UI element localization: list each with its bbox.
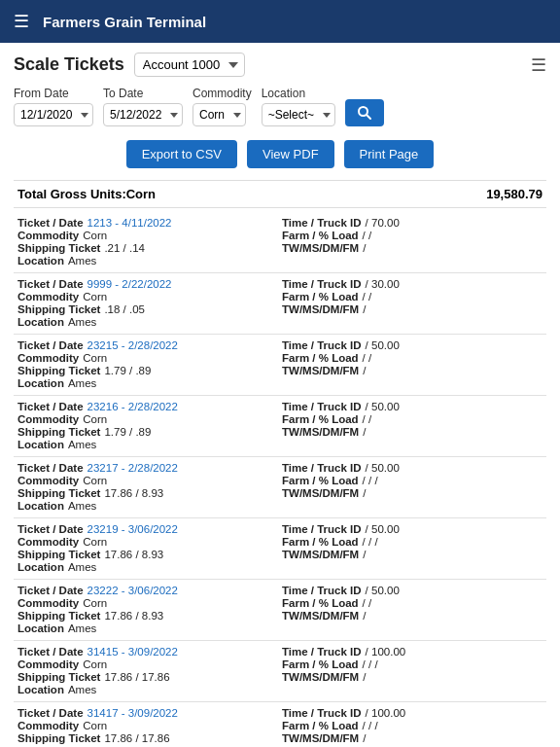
farm-load-value: / / — [363, 413, 372, 425]
farm-load-label: Farm / % Load — [282, 720, 359, 731]
time-truck-label: Time / Truck ID — [282, 278, 362, 290]
total-label: Total Gross Units:Corn — [18, 187, 156, 201]
time-truck-label: Time / Truck ID — [282, 646, 362, 658]
time-truck-label: Time / Truck ID — [282, 523, 362, 535]
farm-load-value: / / / — [363, 658, 378, 670]
shipping-ticket-field: Shipping Ticket 17.86 / 8.93 — [18, 549, 278, 560]
time-truck-field: Time / Truck ID / 100.00 — [282, 707, 542, 719]
print-page-button[interactable]: Print Page — [344, 140, 435, 168]
commodity-label: Commodity — [18, 230, 79, 241]
from-date-select[interactable]: 12/1/2020 — [14, 103, 93, 126]
filters-row: From Date 12/1/2020 To Date 5/12/2022 Co… — [14, 87, 546, 126]
ticket-date-value[interactable]: 23217 - 2/28/2022 — [88, 462, 178, 474]
export-csv-button[interactable]: Export to CSV — [126, 140, 237, 168]
time-truck-value: / 50.00 — [366, 523, 400, 535]
time-truck-field: Time / Truck ID / 100.00 — [282, 646, 542, 658]
time-truck-field: Time / Truck ID / 50.00 — [282, 339, 542, 351]
location-label: Location — [18, 377, 64, 389]
farm-load-field: Farm / % Load / / — [282, 597, 542, 609]
ticket-date-field: Ticket / Date 23216 - 2/28/2022 — [18, 401, 278, 412]
farm-load-field: Farm / % Load / / — [282, 230, 542, 241]
farm-load-field: Farm / % Load / / — [282, 352, 542, 364]
to-date-group: To Date 5/12/2022 — [103, 87, 183, 126]
shipping-label: Shipping Ticket — [18, 426, 100, 438]
tw-label: TW/MS/DM/FM — [282, 303, 359, 315]
farm-load-label: Farm / % Load — [282, 413, 359, 425]
farm-load-label: Farm / % Load — [282, 352, 359, 364]
commodity-value: Corn — [83, 720, 107, 731]
time-truck-field: Time / Truck ID / 50.00 — [282, 523, 542, 535]
filter-icon[interactable]: ☰ — [531, 54, 546, 76]
ticket-date-label: Ticket / Date — [18, 462, 84, 474]
page-header: Scale Tickets Account 1000 ☰ — [14, 53, 546, 77]
ticket-date-label: Ticket / Date — [18, 585, 84, 596]
location-field: Location Ames — [18, 622, 278, 634]
view-pdf-button[interactable]: View PDF — [247, 140, 334, 168]
commodity-select[interactable]: Corn — [192, 103, 246, 126]
tw-value: / — [363, 487, 366, 499]
ticket-date-field: Ticket / Date 23217 - 2/28/2022 — [18, 462, 278, 474]
ticket-date-label: Ticket / Date — [18, 523, 84, 535]
shipping-value: 1.79 / .89 — [104, 426, 151, 438]
shipping-label: Shipping Ticket — [18, 610, 100, 622]
location-value: Ames — [68, 622, 96, 634]
ticket-date-value[interactable]: 9999 - 2/22/2022 — [88, 278, 172, 290]
ticket-date-value[interactable]: 23216 - 2/28/2022 — [88, 401, 178, 412]
shipping-value: .21 / .14 — [104, 242, 145, 254]
account-select[interactable]: Account 1000 — [134, 53, 245, 77]
page-title: Scale Tickets — [14, 54, 124, 75]
ticket-date-value[interactable]: 23215 - 2/28/2022 — [88, 339, 178, 351]
search-button[interactable] — [345, 99, 384, 126]
location-field: Location Ames — [18, 377, 278, 389]
ticket-date-label: Ticket / Date — [18, 339, 84, 351]
commodity-field: Commodity Corn — [18, 536, 278, 548]
ticket-date-value[interactable]: 31417 - 3/09/2022 — [88, 707, 178, 719]
time-truck-value: / 50.00 — [366, 401, 400, 412]
farm-load-field: Farm / % Load / / / — [282, 536, 542, 548]
time-truck-field: Time / Truck ID / 50.00 — [282, 585, 542, 596]
commodity-label: Commodity — [18, 658, 79, 670]
location-group: Location ~Select~ — [262, 87, 335, 126]
ticket-date-value[interactable]: 23219 - 3/06/2022 — [88, 523, 178, 535]
shipping-value: 17.86 / 8.93 — [104, 549, 163, 560]
ticket-date-value[interactable]: 31415 - 3/09/2022 — [88, 646, 178, 658]
ticket-date-value[interactable]: 23222 - 3/06/2022 — [88, 585, 178, 596]
location-field: Location Ames — [18, 561, 278, 573]
commodity-group: Commodity Corn — [192, 87, 252, 126]
shipping-ticket-field: Shipping Ticket 17.86 / 17.86 — [18, 732, 278, 744]
commodity-label: Commodity — [18, 291, 79, 302]
ticket-date-value[interactable]: 1213 - 4/11/2022 — [88, 217, 172, 229]
tw-field: TW/MS/DM/FM / — [282, 487, 542, 499]
commodity-field: Commodity Corn — [18, 597, 278, 609]
ticket-date-field: Ticket / Date 23219 - 3/06/2022 — [18, 523, 278, 535]
commodity-label: Commodity — [18, 720, 79, 731]
location-select[interactable]: ~Select~ — [262, 103, 335, 126]
location-field: Location Ames — [18, 500, 278, 512]
time-truck-label: Time / Truck ID — [282, 217, 362, 229]
tw-field: TW/MS/DM/FM / — [282, 610, 542, 622]
hamburger-icon[interactable]: ☰ — [14, 11, 29, 32]
commodity-field: Commodity Corn — [18, 720, 278, 731]
time-truck-label: Time / Truck ID — [282, 339, 362, 351]
tw-value: / — [363, 732, 366, 744]
top-nav: ☰ Farmers Grain Terminal — [0, 0, 560, 43]
commodity-label: Commodity — [18, 413, 79, 425]
shipping-value: .18 / .05 — [104, 303, 145, 315]
shipping-ticket-field: Shipping Ticket 1.79 / .89 — [18, 426, 278, 438]
tw-value: / — [363, 365, 366, 376]
farm-load-value: / / / — [363, 536, 378, 548]
shipping-label: Shipping Ticket — [18, 549, 100, 560]
commodity-field: Commodity Corn — [18, 291, 278, 302]
commodity-value: Corn — [83, 597, 107, 609]
location-value: Ames — [68, 316, 96, 328]
location-value: Ames — [68, 255, 96, 267]
commodity-label: Commodity — [192, 87, 252, 100]
to-date-select[interactable]: 5/12/2022 — [103, 103, 183, 126]
location-value: Ames — [68, 377, 96, 389]
commodity-value: Corn — [83, 658, 107, 670]
time-truck-field: Time / Truck ID / 50.00 — [282, 462, 542, 474]
location-field: Location Ames — [18, 255, 278, 267]
commodity-field: Commodity Corn — [18, 658, 278, 670]
commodity-field: Commodity Corn — [18, 475, 278, 486]
tw-field: TW/MS/DM/FM / — [282, 242, 542, 254]
